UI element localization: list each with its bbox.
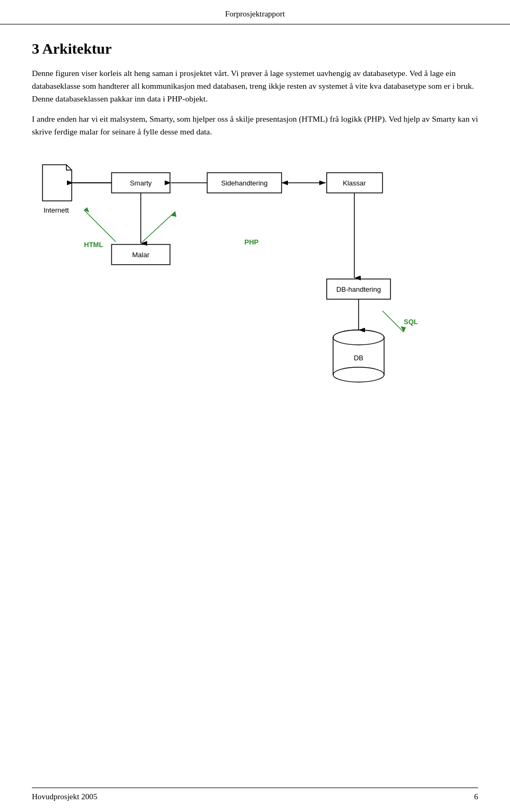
paragraph-1: Denne figuren viser korleis alt heng sam…: [32, 67, 478, 105]
header-title: Forprosjektrapport: [225, 10, 285, 18]
db-handtering-label: DB-handtering: [336, 285, 381, 293]
content-area: 3 Arkitektur Denne figuren viser korleis…: [0, 40, 510, 430]
sql-label: SQL: [404, 318, 418, 326]
html-arrowhead: [84, 207, 89, 213]
klassar-label: Klassar: [343, 179, 366, 187]
internett-label: Internett: [44, 206, 69, 214]
page-footer: Hovudprosjekt 2005 6: [32, 788, 478, 801]
malar-smarty-green-line: [141, 212, 175, 243]
php-label: PHP: [244, 238, 259, 246]
footer-right: 6: [474, 792, 479, 801]
architecture-diagram: Internett Smarty: [32, 154, 478, 430]
smarty-label: Smarty: [130, 179, 152, 187]
paragraph-2: I andre enden har vi eit malsystem, Smar…: [32, 113, 478, 138]
html-label: HTML: [84, 241, 103, 249]
db-label: DB: [354, 354, 363, 362]
page-header: Forprosjektrapport: [0, 0, 510, 24]
diagram-svg: Internett Smarty: [32, 154, 478, 430]
sql-arrow-line: [382, 311, 404, 332]
malar-label: Malar: [132, 251, 150, 259]
db-cylinder-bottom: [333, 367, 384, 382]
internett-doc-icon: [42, 165, 72, 201]
svg-point-7: [333, 330, 384, 345]
html-arrow-line: [84, 210, 116, 242]
sidehandtering-label: Sidehandtering: [221, 179, 267, 187]
section-title: 3 Arkitektur: [32, 40, 478, 57]
footer-left: Hovudprosjekt 2005: [32, 792, 97, 801]
